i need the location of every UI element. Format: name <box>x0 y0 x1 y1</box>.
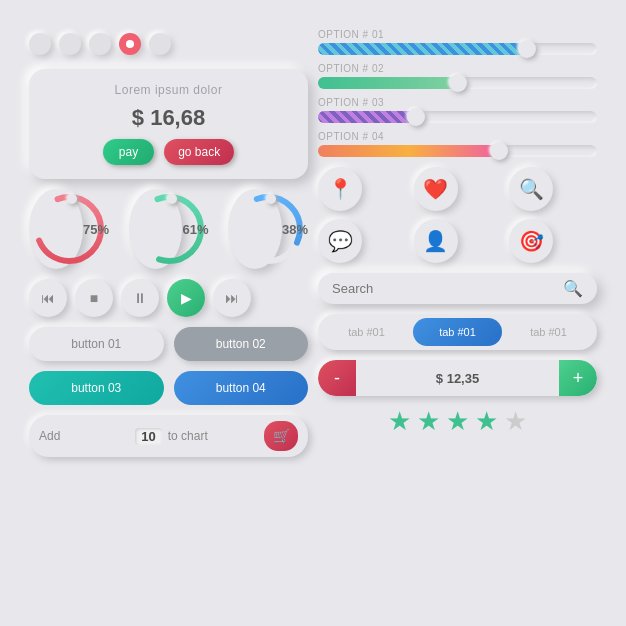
star-1[interactable]: ★ <box>388 406 411 437</box>
cart-button[interactable]: 🛒 <box>264 421 298 451</box>
star-3[interactable]: ★ <box>446 406 469 437</box>
button-02[interactable]: button 02 <box>174 327 309 361</box>
search-magnifier-icon[interactable]: 🔍 <box>563 279 583 298</box>
buttons-row-1: button 01 button 02 <box>29 327 308 361</box>
button-04[interactable]: button 04 <box>174 371 309 405</box>
payment-buttons: pay go back <box>103 139 234 165</box>
ui-kit: Lorem ipsum dolor $ 16,68 pay go back <box>13 13 613 613</box>
radio-3[interactable] <box>89 33 111 55</box>
add-chart-suffix: to chart <box>168 429 258 443</box>
forward-button[interactable]: ⏭ <box>213 279 251 317</box>
slider-4-track[interactable] <box>318 145 597 157</box>
buttons-row-2: button 03 button 04 <box>29 371 308 405</box>
slider-3-track[interactable] <box>318 111 597 123</box>
star-2[interactable]: ★ <box>417 406 440 437</box>
add-to-chart: Add 10 to chart 🛒 <box>29 415 308 457</box>
left-column: Lorem ipsum dolor $ 16,68 pay go back <box>29 29 308 472</box>
plus-button[interactable]: + <box>559 360 597 396</box>
tab-1[interactable]: tab #01 <box>322 318 411 346</box>
ring-61: 61% <box>129 189 209 269</box>
go-back-button[interactable]: go back <box>164 139 234 165</box>
slider-3: OPTION # 03 <box>318 97 597 123</box>
rings-row: 75% 61% <box>29 189 308 269</box>
ring-61-label: 61% <box>182 222 208 237</box>
slider-1: OPTION # 01 <box>318 29 597 55</box>
slider-4-label: OPTION # 04 <box>318 131 597 142</box>
play-button[interactable]: ▶ <box>167 279 205 317</box>
ring-75-label: 75% <box>83 222 109 237</box>
slider-section: OPTION # 01 OPTION # 02 OPTION # 03 <box>318 29 597 157</box>
star-4[interactable]: ★ <box>475 406 498 437</box>
pause-button[interactable]: ⏸ <box>121 279 159 317</box>
radio-2[interactable] <box>59 33 81 55</box>
stars-row: ★ ★ ★ ★ ★ <box>318 406 597 437</box>
quantity-row: - $ 12,35 + <box>318 360 597 396</box>
tab-2-active[interactable]: tab #01 <box>413 318 502 346</box>
slider-1-label: OPTION # 01 <box>318 29 597 40</box>
ring-75: 75% <box>29 189 109 269</box>
media-controls: ⏮ ■ ⏸ ▶ ⏭ <box>29 279 308 317</box>
minus-button[interactable]: - <box>318 360 356 396</box>
target-icon-btn[interactable]: 🎯 <box>509 219 553 263</box>
chat-icon-btn[interactable]: 💬 <box>318 219 362 263</box>
button-01[interactable]: button 01 <box>29 327 164 361</box>
payment-amount: $ 16,68 <box>132 105 205 131</box>
slider-1-track[interactable] <box>318 43 597 55</box>
ring-38-label: 38% <box>282 222 308 237</box>
search-input[interactable] <box>332 281 555 296</box>
payment-label: Lorem ipsum dolor <box>115 83 223 97</box>
radio-1[interactable] <box>29 33 51 55</box>
radio-5[interactable] <box>149 33 171 55</box>
button-03[interactable]: button 03 <box>29 371 164 405</box>
slider-2-track[interactable] <box>318 77 597 89</box>
tabs-row: tab #01 tab #01 tab #01 <box>318 314 597 350</box>
price-display: $ 12,35 <box>356 371 559 386</box>
slider-2-label: OPTION # 02 <box>318 63 597 74</box>
radio-group <box>29 29 308 59</box>
star-5[interactable]: ★ <box>504 406 527 437</box>
pay-button[interactable]: pay <box>103 139 154 165</box>
search-icon-btn[interactable]: 🔍 <box>509 167 553 211</box>
stop-button[interactable]: ■ <box>75 279 113 317</box>
payment-card: Lorem ipsum dolor $ 16,68 pay go back <box>29 69 308 179</box>
rewind-button[interactable]: ⏮ <box>29 279 67 317</box>
heart-icon-btn[interactable]: ❤️ <box>414 167 458 211</box>
slider-2: OPTION # 02 <box>318 63 597 89</box>
icon-grid: 📍 ❤️ 🔍 💬 👤 🎯 <box>318 167 597 263</box>
tab-3[interactable]: tab #01 <box>504 318 593 346</box>
right-column: OPTION # 01 OPTION # 02 OPTION # 03 <box>318 29 597 472</box>
slider-4: OPTION # 04 <box>318 131 597 157</box>
slider-3-label: OPTION # 03 <box>318 97 597 108</box>
add-chart-prefix: Add <box>39 429 129 443</box>
radio-4-active[interactable] <box>119 33 141 55</box>
search-bar: 🔍 <box>318 273 597 304</box>
add-chart-number[interactable]: 10 <box>135 428 161 445</box>
location-icon-btn[interactable]: 📍 <box>318 167 362 211</box>
user-icon-btn[interactable]: 👤 <box>414 219 458 263</box>
ring-38: 38% <box>228 189 308 269</box>
